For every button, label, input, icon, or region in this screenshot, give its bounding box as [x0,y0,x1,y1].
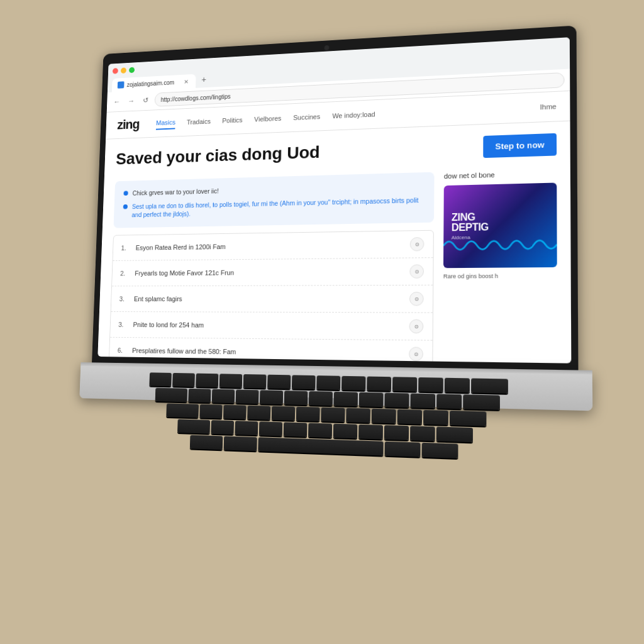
key[interactable] [259,421,282,436]
key[interactable] [367,377,391,391]
key[interactable] [172,373,195,387]
key[interactable] [392,377,416,391]
key[interactable] [291,375,315,389]
album-subtitle: DEPTIG [452,221,549,233]
key[interactable] [247,406,270,420]
list-item: 6. Presplatires fullow and the 580: Fam … [109,338,433,364]
key[interactable] [149,372,171,386]
nav-item-succines[interactable]: Succines [293,111,320,124]
forward-button[interactable]: → [126,95,137,107]
key[interactable] [423,410,448,425]
key[interactable] [372,409,396,424]
key[interactable] [235,421,258,435]
key[interactable] [410,426,435,441]
key[interactable] [188,389,211,402]
key[interactable] [341,376,365,391]
key[interactable] [384,425,409,440]
key[interactable] [359,392,384,407]
key[interactable] [223,405,247,419]
info-bullet-1-text: Chick grves war to your lover iic! [132,187,218,197]
list-text-4: Pnite to lond for 254 ham [133,321,409,330]
list-icon-1: ⊙ [410,237,425,251]
key[interactable] [284,422,308,436]
new-tab-button[interactable]: + [197,72,211,87]
key[interactable] [196,374,218,387]
key[interactable] [219,374,242,387]
key[interactable] [236,389,259,404]
key[interactable] [397,409,423,425]
key[interactable] [211,420,234,435]
shift-key[interactable] [177,419,210,433]
reload-button[interactable]: ↺ [140,94,152,106]
key[interactable] [333,424,358,439]
bullet-dot-1 [123,191,128,196]
key[interactable] [296,407,320,421]
list-number-4: 3. [118,321,130,328]
key[interactable] [267,375,291,389]
list-item: 1. Esyon Ratea Rerd in 1200i Fam ⊙ [113,231,433,261]
key[interactable] [358,425,383,440]
list-item: 3. Ent splamc fagirs ⊙ [111,286,433,313]
list-text-5: Presplatires fullow and the 580: Fam [132,347,409,358]
tab-title: zojalatingsaim.com [127,79,180,87]
space-key[interactable] [258,437,383,455]
tab-close-button[interactable]: ✕ [182,77,190,86]
key[interactable] [410,394,435,409]
main-content: Chick grves war to your lover iic! Sest … [97,162,571,364]
content-left: Chick grves war to your lover iic! Sest … [108,172,435,364]
list-icon-5: ⊙ [409,347,423,362]
key[interactable] [334,392,358,406]
maximize-light[interactable] [129,67,135,74]
alt-key-right[interactable] [384,441,420,457]
tab-favicon [118,81,125,88]
key[interactable] [463,394,500,409]
info-bullet-1: Chick grves war to your lover iic! [123,181,424,198]
shift-key-right[interactable] [436,426,473,442]
key[interactable] [212,389,235,404]
ctrl-key[interactable] [190,435,223,450]
laptop-wrapper: zojalatingsaim.com ✕ + ← → ↺ zing [72,25,594,639]
key[interactable] [166,403,199,418]
bullet-dot-2 [123,204,128,209]
list-number-2: 2. [120,270,131,277]
list-number-1: 1. [121,244,132,251]
nav-item-vielbores[interactable]: Vielbores [254,112,281,125]
alt-key[interactable] [224,436,257,451]
key[interactable] [436,394,462,409]
key[interactable] [316,375,340,390]
list-text-1: Esyon Ratea Rerd in 1200i Fam [136,240,410,251]
nav-item-politics[interactable]: Politics [222,114,243,126]
key[interactable] [384,393,409,408]
minimize-light[interactable] [121,67,126,74]
album-card[interactable]: ZING DEPTIG Aldcena [443,183,557,269]
key[interactable] [470,378,508,393]
website-content: zing Masics Tradaics Politics Vielbores … [97,91,571,364]
close-light[interactable] [113,68,118,74]
info-bullet-2: Sest upla ne don to dlis horel, to polls… [123,196,424,220]
header-right-link[interactable]: Ihme [540,103,557,111]
list-icon-2: ⊙ [409,264,424,278]
key[interactable] [199,404,222,419]
info-bullet-2-text: Sest upla ne don to dlis horel, to polls… [131,196,424,219]
step-to-now-button[interactable]: Step to now [484,133,557,158]
key[interactable] [308,423,332,438]
key[interactable] [155,388,187,402]
key[interactable] [346,408,370,423]
list-text-3: Ent splamc fagirs [134,295,409,303]
info-box: Chick grves war to your lover iic! Sest … [113,172,434,228]
key[interactable] [309,391,333,406]
key[interactable] [418,377,443,392]
back-button[interactable]: ← [111,96,123,108]
list-icon-3: ⊙ [409,292,424,306]
nav-item-tradaics[interactable]: Tradaics [187,115,211,128]
key[interactable] [243,374,266,389]
nav-item-masics[interactable]: Masics [156,116,175,130]
key[interactable] [444,378,469,393]
nav-item-weindoy[interactable]: We indoy:load [332,108,375,122]
key[interactable] [272,406,296,421]
key[interactable] [321,408,345,422]
key[interactable] [450,411,487,426]
key[interactable] [260,390,283,404]
key[interactable] [284,391,308,405]
ctrl-key-right[interactable] [421,443,458,458]
